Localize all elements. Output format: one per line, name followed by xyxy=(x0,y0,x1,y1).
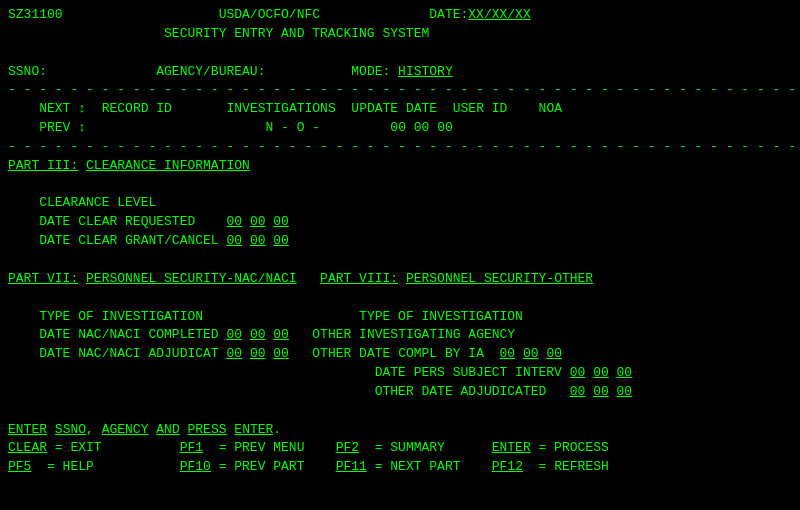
pf5-key[interactable]: PF5 xyxy=(8,459,31,474)
footer-keys-row1: CLEAR = EXIT PF1 = PREV MENU PF2 = SUMMA… xyxy=(8,439,792,458)
date-clear-grant-val3: 00 xyxy=(273,233,289,248)
part7-8-header: PART VII: PERSONNEL SECURITY-NAC/NACI PA… xyxy=(8,270,792,289)
other-date-compl-v2: 00 xyxy=(523,346,539,361)
other-date-adj-v3: 00 xyxy=(617,384,633,399)
nac-completed-v2: 00 xyxy=(250,327,266,342)
ssno-label: SSNO: xyxy=(8,64,47,79)
table-header: NEXT ↕ RECORD ID INVESTIGATIONS UPDATE D… xyxy=(8,100,792,119)
date-pers-v1: 00 xyxy=(570,365,586,380)
col-prev: PREV xyxy=(39,120,70,135)
other-date-adj-v2: 00 xyxy=(593,384,609,399)
date-pers-row: DATE PERS SUBJECT INTERV 00 00 00 xyxy=(8,364,792,383)
col-user-id: USER ID xyxy=(453,101,508,116)
col-update-date: UPDATE DATE xyxy=(351,101,437,116)
and-label: AND xyxy=(156,422,179,437)
date-clear-req-label: DATE CLEAR REQUESTED xyxy=(39,214,226,229)
date-clear-req-val: 00 xyxy=(226,214,242,229)
screen-title: SECURITY ENTRY AND TRACKING SYSTEM xyxy=(164,26,429,41)
ssno-row: SSNO: AGENCY/BUREAU: MODE: HISTORY xyxy=(8,63,792,82)
nac-adjud-v1: 00 xyxy=(226,346,242,361)
date-pers-label: DATE PERS SUBJECT INTERV xyxy=(375,365,570,380)
enter-key[interactable]: ENTER xyxy=(492,440,531,455)
clear-key[interactable]: CLEAR xyxy=(8,440,47,455)
table-data-row: PREV ↕ N - O - 00 00 00 xyxy=(8,119,792,138)
other-inv-agency-label: OTHER INVESTIGATING AGENCY xyxy=(312,327,515,342)
other-date-compl-v1: 00 xyxy=(500,346,516,361)
agency-label: AGENCY/BUREAU: xyxy=(156,64,265,79)
mode-value: HISTORY xyxy=(398,64,453,79)
part8-title: PERSONNEL SECURITY-OTHER xyxy=(406,271,593,286)
date-label: DATE: xyxy=(429,7,468,22)
date-clear-grant-label: DATE CLEAR GRANT/CANCEL xyxy=(39,233,226,248)
nac-adjud-v3: 00 xyxy=(273,346,289,361)
col-noa: NOA xyxy=(539,101,562,116)
other-date-compl-v3: 00 xyxy=(546,346,562,361)
blank-row4 xyxy=(8,289,792,308)
header-row: SZ31100 USDA/OCFO/NFC DATE:XX/XX/XX xyxy=(8,6,792,25)
enter-label2: ENTER xyxy=(234,422,273,437)
arrow-icon: ↕ xyxy=(78,101,86,116)
pf12-key[interactable]: PF12 xyxy=(492,459,523,474)
org: USDA/OCFO/NFC xyxy=(219,7,320,22)
separator-1: - - - - - - - - - - - - - - - - - - - - … xyxy=(8,81,792,100)
inv-data: N - O - xyxy=(266,120,321,135)
pf11-key[interactable]: PF11 xyxy=(336,459,367,474)
nac-completed-row: DATE NAC/NACI COMPLETED 00 00 00 OTHER I… xyxy=(8,326,792,345)
other-date-adj-label: OTHER DATE ADJUDICATED xyxy=(375,384,570,399)
clearance-level-label: CLEARANCE LEVEL xyxy=(39,195,156,210)
pf2-key[interactable]: PF2 xyxy=(336,440,359,455)
type-inv-row: TYPE OF INVESTIGATION TYPE OF INVESTIGAT… xyxy=(8,308,792,327)
mode-label: MODE: xyxy=(351,64,390,79)
type-inv-label-right: TYPE OF INVESTIGATION xyxy=(359,309,523,324)
date-value: XX/XX/XX xyxy=(468,7,530,22)
part3-header: PART III: CLEARANCE INFORMATION xyxy=(8,157,792,176)
enter-label: ENTER xyxy=(8,422,47,437)
pf10-key[interactable]: PF10 xyxy=(180,459,211,474)
col-record-id: RECORD ID xyxy=(102,101,172,116)
press-label: PRESS xyxy=(188,422,227,437)
part8-label: PART VIII: xyxy=(320,271,398,286)
clearance-level-row: CLEARANCE LEVEL xyxy=(8,194,792,213)
nac-completed-label: DATE NAC/NACI COMPLETED xyxy=(39,327,226,342)
footer-keys-row2: PF5 = HELP PF10 = PREV PART PF11 = NEXT … xyxy=(8,458,792,477)
other-date-compl-label: OTHER DATE COMPL BY IA xyxy=(312,346,499,361)
arrow-icon2: ↕ xyxy=(78,120,86,135)
part3-title: CLEARANCE INFORMATION xyxy=(86,158,250,173)
date-clear-req-val2: 00 xyxy=(250,214,266,229)
agency-label2: AGENCY xyxy=(102,422,149,437)
nac-completed-v3: 00 xyxy=(273,327,289,342)
col-investigations: INVESTIGATIONS xyxy=(227,101,336,116)
blank-row3 xyxy=(8,251,792,270)
date-clear-req-row: DATE CLEAR REQUESTED 00 00 00 xyxy=(8,213,792,232)
part7-label: PART VII: xyxy=(8,271,78,286)
part3-label: PART III: xyxy=(8,158,78,173)
date-clear-grant-val: 00 xyxy=(226,233,242,248)
date-pers-v3: 00 xyxy=(617,365,633,380)
pf1-key[interactable]: PF1 xyxy=(180,440,203,455)
other-date-adj-v1: 00 xyxy=(570,384,586,399)
col-next: NEXT xyxy=(39,101,70,116)
blank-row2 xyxy=(8,176,792,195)
date-clear-req-val3: 00 xyxy=(273,214,289,229)
date-clear-grant-row: DATE CLEAR GRANT/CANCEL 00 00 00 xyxy=(8,232,792,251)
date-pers-v2: 00 xyxy=(593,365,609,380)
blank-row5 xyxy=(8,402,792,421)
type-inv-label-left: TYPE OF INVESTIGATION xyxy=(39,309,203,324)
nac-adjud-label: DATE NAC/NACI ADJUDICAT xyxy=(39,346,226,361)
title-row: SECURITY ENTRY AND TRACKING SYSTEM xyxy=(8,25,792,44)
ssno-label2: SSNO xyxy=(55,422,86,437)
nac-completed-v1: 00 xyxy=(226,327,242,342)
date-clear-grant-val2: 00 xyxy=(250,233,266,248)
system-id: SZ31100 xyxy=(8,7,63,22)
nac-adjud-row: DATE NAC/NACI ADJUDICAT 00 00 00 OTHER D… xyxy=(8,345,792,364)
update-date-data: 00 00 00 xyxy=(390,120,452,135)
part7-title: PERSONNEL SECURITY-NAC/NACI xyxy=(86,271,297,286)
footer-instruction: ENTER SSNO, AGENCY AND PRESS ENTER. xyxy=(8,421,792,440)
other-date-adj-row: OTHER DATE ADJUDICATED 00 00 00 xyxy=(8,383,792,402)
nac-adjud-v2: 00 xyxy=(250,346,266,361)
screen: SZ31100 USDA/OCFO/NFC DATE:XX/XX/XX SECU… xyxy=(8,6,792,477)
blank-row1 xyxy=(8,44,792,63)
separator-2: - - - - - - - - - - - - - - - - - - - - … xyxy=(8,138,792,157)
